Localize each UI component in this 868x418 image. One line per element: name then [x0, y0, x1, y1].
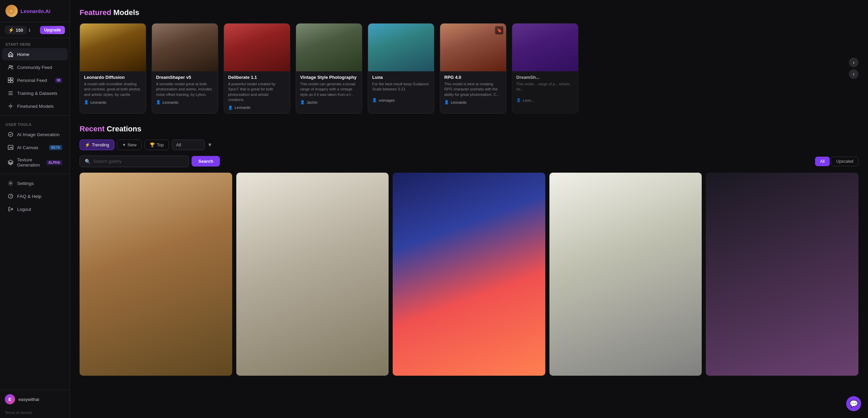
model-card-body-5: RPG 4.0 This model is best at creating R… [440, 71, 506, 108]
model-card-0[interactable]: Leonardo Diffusion A model with incredib… [80, 23, 146, 114]
model-card-author-0: 👤 Leonardo [84, 100, 142, 104]
sidebar-item-training[interactable]: Training & Datasets [2, 87, 68, 99]
sidebar-item-settings[interactable]: Settings [2, 177, 68, 189]
view-toggle: All Upscaled [815, 157, 858, 166]
upgrade-button[interactable]: Upgrade [40, 26, 65, 34]
gallery-expand-4[interactable]: ⤢ [846, 175, 856, 185]
chat-bubble[interactable]: 💬 [846, 396, 861, 411]
sidebar-item-home[interactable]: Home [2, 48, 68, 60]
gallery-item-4[interactable]: ⊞ ✎ ⤢ [706, 173, 858, 376]
gallery-grid: ⊞ ✎ ⤢ ⊞ ✎ ⤢ ⊞ ✎ ⤢ ⊞ ✎ [80, 173, 858, 376]
gallery-edit-1[interactable]: ✎ [365, 175, 374, 185]
terms-label[interactable]: Terms of service [0, 408, 70, 418]
model-card-author-1: 👤 Leonardo [156, 100, 214, 104]
model-card-img-2 [224, 24, 290, 71]
sidebar-item-community-feed[interactable]: Community Feed [2, 61, 68, 73]
model-card-img-4 [368, 24, 434, 71]
recent-creations-title: Recent Creations [80, 125, 858, 133]
model-card-name-0: Leonardo Diffusion [84, 75, 142, 80]
filter-trending[interactable]: ⚡ Trending [80, 140, 114, 150]
model-card-author-2: 👤 Leonardo [228, 105, 286, 110]
token-info-icon[interactable]: ℹ [29, 28, 30, 33]
gallery-img-3 [549, 173, 702, 376]
gallery-remix-0[interactable]: ⊞ [197, 175, 206, 185]
model-card-desc-2: A powerful model created by XpucT that i… [228, 82, 286, 103]
ai-canvas-badge: BETA [49, 145, 62, 150]
user-profile[interactable]: E easywithai [0, 390, 70, 408]
gallery-item-0[interactable]: ⊞ ✎ ⤢ [80, 173, 232, 376]
model-card-3[interactable]: Vintage Style Photography This model can… [296, 23, 362, 114]
carousel-next-btn[interactable]: › [849, 58, 858, 67]
view-upscaled-button[interactable]: Upscaled [831, 157, 858, 166]
model-card-body-4: Luna For the best result keep Guidance S… [368, 71, 434, 106]
gallery-expand-1[interactable]: ⤢ [376, 175, 386, 185]
gallery-expand-3[interactable]: ⤢ [689, 175, 699, 185]
gallery-item-1[interactable]: ⊞ ✎ ⤢ [236, 173, 389, 376]
gallery-edit-4[interactable]: ✎ [835, 175, 844, 185]
sidebar-item-texture-gen[interactable]: Texture Generation ALPHA [2, 154, 68, 171]
gallery-expand-2[interactable]: ⤢ [533, 175, 543, 185]
settings-icon [8, 180, 14, 186]
model-card-img-1 [152, 24, 218, 71]
sidebar-item-faq-label: FAQ & Help [17, 194, 41, 199]
carousel-nav: › ‹ [849, 58, 858, 79]
sidebar-bottom: E easywithai Terms of service [0, 390, 70, 418]
gallery-remix-2[interactable]: ⊞ [510, 175, 519, 185]
model-card-body-3: Vintage Style Photography This model can… [296, 71, 362, 108]
sidebar-item-ai-canvas[interactable]: AI Canvas BETA [2, 141, 68, 154]
sidebar-item-settings-label: Settings [17, 181, 34, 186]
model-card-4[interactable]: Luna For the best result keep Guidance S… [368, 23, 434, 114]
home-icon [8, 51, 14, 57]
gallery-remix-4[interactable]: ⊞ [823, 175, 832, 185]
gallery-item-3[interactable]: ⊞ ✎ ⤢ [549, 173, 702, 376]
texture-gen-badge: ALPHA [46, 160, 62, 165]
sidebar-item-logout[interactable]: Logout [2, 203, 68, 215]
model-card-name-5: RPG 4.0 [444, 75, 502, 80]
filter-new[interactable]: ✦ New [117, 140, 142, 150]
sidebar-item-logout-label: Logout [17, 207, 31, 212]
model-card-name-6: DreamSh... [516, 75, 574, 80]
model-card-1[interactable]: DreamShaper v5 A versatile model great a… [152, 23, 218, 114]
gallery-remix-1[interactable]: ⊞ [353, 175, 363, 185]
model-card-name-2: Deliberate 1.1 [228, 75, 286, 80]
search-input-wrap: 🔍 [80, 156, 189, 167]
sidebar-item-ai-image-gen[interactable]: AI Image Generation [2, 128, 68, 141]
model-card-img-6 [512, 24, 578, 71]
top-icon: 🏆 [150, 142, 155, 147]
user-name: easywithai [18, 397, 39, 402]
model-card-6[interactable]: DreamSh... This mode... range of p... ar… [512, 23, 578, 114]
sidebar-item-faq[interactable]: FAQ & Help [2, 190, 68, 202]
filter-top[interactable]: 🏆 Top [144, 140, 169, 150]
sidebar-item-finetuned[interactable]: Finetuned Models [2, 100, 68, 112]
svg-rect-5 [8, 81, 10, 83]
model-card-desc-0: A model with incredible shading and cont… [84, 82, 142, 97]
model-card-2[interactable]: Deliberate 1.1 A powerful model created … [224, 23, 290, 114]
search-button[interactable]: Search [192, 156, 220, 167]
model-card-name-4: Luna [372, 75, 430, 80]
model-card-5[interactable]: 🔖 RPG 4.0 This model is best at creating… [440, 23, 506, 114]
search-icon: 🔍 [85, 159, 90, 164]
sidebar-item-community-label: Community Feed [17, 65, 52, 70]
faq-icon [8, 193, 14, 199]
texture-gen-icon [8, 159, 14, 165]
new-icon: ✦ [122, 142, 126, 147]
view-all-button[interactable]: All [815, 157, 830, 166]
app-logo[interactable]: Leonardo.Ai [0, 0, 70, 22]
search-input[interactable] [93, 159, 184, 164]
svg-point-1 [9, 66, 11, 67]
gallery-edit-2[interactable]: ✎ [521, 175, 531, 185]
gallery-item-2[interactable]: ⊞ ✎ ⤢ [393, 173, 545, 376]
model-card-desc-6: This mode... range of p... artistic ba..… [516, 82, 574, 95]
gallery-img-2 [393, 173, 545, 376]
carousel-prev-btn[interactable]: ‹ [849, 69, 858, 79]
gallery-edit-3[interactable]: ✎ [678, 175, 687, 185]
sidebar-item-personal-feed[interactable]: Personal Feed 98 [2, 74, 68, 86]
gallery-expand-0[interactable]: ⤢ [220, 175, 229, 185]
svg-rect-6 [11, 81, 13, 83]
model-card-name-1: DreamShaper v5 [156, 75, 214, 80]
trending-icon: ⚡ [85, 142, 90, 147]
category-select[interactable]: All Characters Landscapes Animals Abstra… [172, 140, 205, 150]
community-icon [8, 64, 14, 70]
gallery-edit-0[interactable]: ✎ [208, 175, 218, 185]
gallery-remix-3[interactable]: ⊞ [666, 175, 676, 185]
